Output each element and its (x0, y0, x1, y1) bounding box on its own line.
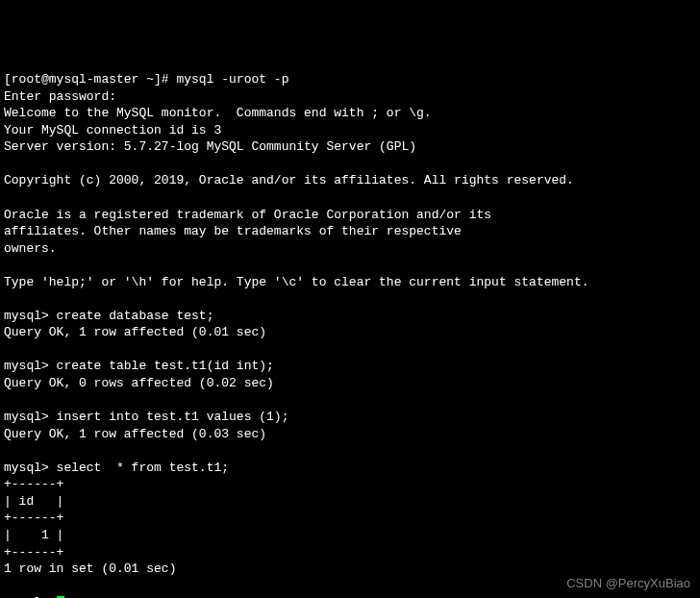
sql-command-2: create table test.t1(id int); (57, 359, 274, 373)
table-row: | 1 | (4, 528, 63, 542)
trademark-line-2: affiliates. Other names may be trademark… (4, 224, 462, 238)
help-line: Type 'help;' or '\h' for help. Type '\c'… (4, 275, 589, 289)
copyright-line: Copyright (c) 2000, 2019, Oracle and/or … (4, 173, 574, 187)
connection-line: Your MySQL connection id is 3 (4, 123, 221, 137)
result-summary: 1 row in set (0.01 sec) (4, 561, 176, 576)
password-prompt: Enter password: (4, 89, 116, 104)
version-line: Server version: 5.7.27-log MySQL Communi… (4, 139, 416, 154)
sql-result-2: Query OK, 0 rows affected (0.02 sec) (4, 376, 274, 390)
sql-result-1: Query OK, 1 row affected (0.01 sec) (4, 325, 266, 339)
table-header: | id | (4, 494, 63, 509)
mysql-prompt: mysql> (4, 359, 57, 373)
sql-result-3: Query OK, 1 row affected (0.03 sec) (4, 427, 266, 441)
trademark-line-1: Oracle is a registered trademark of Orac… (4, 208, 491, 222)
sql-command-4: select * from test.t1; (57, 461, 229, 475)
watermark: CSDN @PercyXuBiao (566, 575, 690, 592)
welcome-line: Welcome to the MySQL monitor. Commands e… (4, 106, 432, 120)
shell-prompt: [root@mysql-master ~]# (4, 72, 176, 87)
table-border: +------+ (4, 545, 63, 560)
trademark-line-3: owners. (4, 241, 57, 256)
table-border: +------+ (4, 511, 63, 525)
mysql-prompt: mysql> (4, 410, 57, 424)
sql-command-3: insert into test.t1 values (1); (57, 410, 289, 424)
table-border: +------+ (4, 477, 63, 491)
mysql-prompt: mysql> (4, 461, 57, 475)
terminal-output[interactable]: [root@mysql-master ~]# mysql -uroot -p E… (4, 71, 696, 598)
shell-command: mysql -uroot -p (176, 72, 288, 87)
sql-command-1: create database test; (57, 309, 214, 323)
mysql-prompt: mysql> (4, 309, 57, 323)
